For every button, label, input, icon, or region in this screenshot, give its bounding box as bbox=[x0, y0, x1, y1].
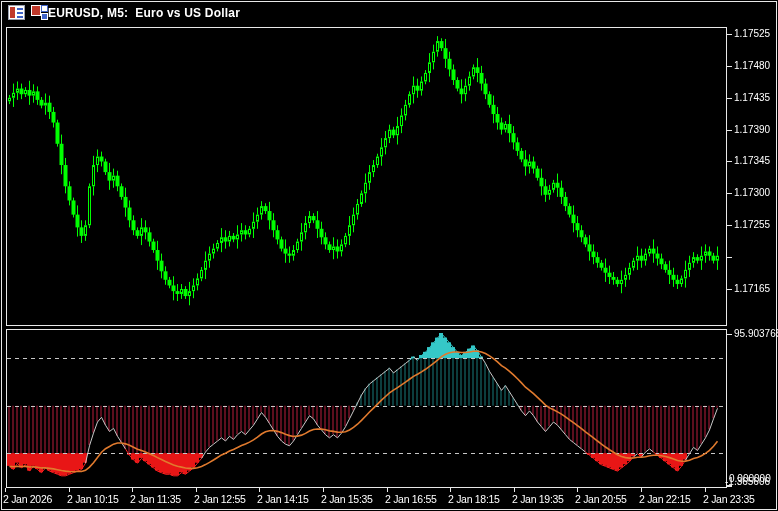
chart-list-icon-part bbox=[10, 7, 15, 18]
indicator-axis-max-label: 95.903765 bbox=[734, 328, 778, 339]
price-axis-label: 1.17525 bbox=[734, 28, 770, 39]
price-axis-label: 1.17345 bbox=[734, 155, 770, 166]
time-axis-label: 2 Jan 2026 bbox=[3, 493, 52, 505]
time-axis-label: 2 Jan 23:35 bbox=[703, 493, 755, 505]
time-axis-label: 2 Jan 14:15 bbox=[257, 493, 309, 505]
time-axis-label: 2 Jan 20:55 bbox=[575, 493, 627, 505]
chart-window: EURUSD, M5: Euro vs US Dollar LuxAlgo - … bbox=[0, 0, 778, 511]
chart-list-icon-part bbox=[17, 12, 23, 14]
time-axis-label: 2 Jan 12:55 bbox=[194, 493, 246, 505]
main-chart-area[interactable] bbox=[6, 27, 726, 325]
time-axis-label: 2 Jan 16:55 bbox=[385, 493, 437, 505]
price-axis-label: 1.17255 bbox=[734, 219, 770, 230]
price-axis-label: 1.17480 bbox=[734, 60, 770, 71]
chart-window-icon-part bbox=[31, 5, 41, 16]
time-axis-label: 2 Jan 19:35 bbox=[512, 493, 564, 505]
chart-window-icon[interactable] bbox=[31, 5, 48, 20]
chart-window-icon-part bbox=[41, 13, 48, 20]
chart-title-bar: EURUSD, M5: Euro vs US Dollar bbox=[0, 0, 778, 26]
chart-title: EURUSD, M5: Euro vs US Dollar bbox=[48, 6, 240, 20]
price-axis[interactable]: 1.175251.174801.174351.173901.173451.173… bbox=[727, 27, 778, 325]
time-axis[interactable]: 2 Jan 20262 Jan 10:152 Jan 11:352 Jan 12… bbox=[0, 488, 778, 511]
chart-list-icon-part bbox=[17, 8, 23, 10]
time-axis-label: 2 Jan 10:15 bbox=[67, 493, 119, 505]
indicator-subwindow[interactable]: LuxAlgo - Ultimate RSI(14,14) 0.000000 0… bbox=[6, 329, 726, 487]
price-axis-label: 1.17435 bbox=[734, 92, 770, 103]
price-axis-label: 1.17300 bbox=[734, 187, 770, 198]
indicator-axis[interactable]: 95.903765 0.000000 -1.365606 bbox=[727, 329, 778, 487]
chart-list-icon-part bbox=[17, 16, 23, 18]
time-axis-label: 2 Jan 18:15 bbox=[448, 493, 500, 505]
chart-list-icon[interactable] bbox=[8, 5, 25, 20]
price-axis-label: 1.17390 bbox=[734, 124, 770, 135]
time-axis-label: 2 Jan 22:15 bbox=[639, 493, 691, 505]
time-axis-label: 2 Jan 15:35 bbox=[321, 493, 373, 505]
indicator-axis-min-label: -1.365606 bbox=[725, 476, 770, 487]
time-axis-label: 2 Jan 11:35 bbox=[130, 493, 181, 505]
chart-window-icon-part bbox=[41, 5, 48, 12]
price-axis-label: 1.17165 bbox=[734, 283, 770, 294]
